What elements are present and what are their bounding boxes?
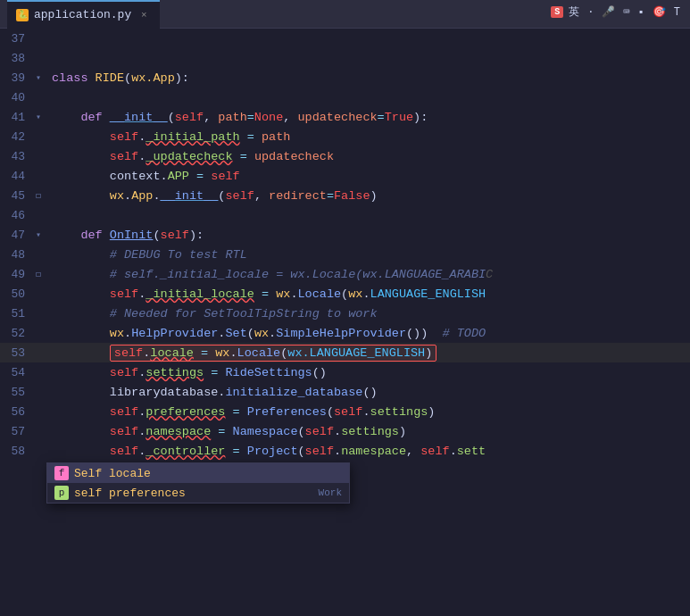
table-row: 54 self.settings = RideSettings(): [0, 362, 690, 382]
line-content: self._updatecheck = updatecheck: [45, 146, 690, 166]
fold-indicator[interactable]: ◻: [32, 190, 45, 201]
line-content: self._initial_locale = wx.Locale(wx.LANG…: [45, 284, 690, 304]
line-content: # Needed for SetToolTipString to work: [45, 304, 690, 323]
table-row: 38: [0, 48, 690, 68]
fold-indicator[interactable]: [32, 54, 45, 63]
autocomplete-item-label: self preferences: [74, 487, 313, 500]
line-number: 40: [0, 91, 32, 104]
table-row: 45 ◻ wx.App.__init__(self, redirect=Fals…: [0, 186, 690, 205]
ime-dot-btn[interactable]: ·: [585, 5, 596, 20]
line-content: def OnInit(self):: [45, 225, 690, 245]
tab-label: application.py: [34, 8, 131, 21]
ime-t-btn[interactable]: T: [671, 5, 683, 20]
line-number: 48: [0, 248, 32, 262]
line-content: self._initial_path = path: [45, 127, 690, 146]
ime-lang-btn[interactable]: 英: [566, 4, 582, 21]
autocomplete-item-label: Self locale: [74, 467, 337, 480]
autocomplete-item-source: Work: [319, 487, 342, 498]
table-row: 40: [0, 87, 690, 107]
line-content: self.preferences = Preferences(self.sett…: [45, 402, 690, 421]
line-number: 47: [0, 229, 32, 242]
table-row: 50 self._initial_locale = wx.Locale(wx.L…: [0, 284, 690, 304]
line-content: # self._initial_locale = wx.Locale(wx.LA…: [45, 264, 690, 284]
line-number: 49: [0, 268, 32, 281]
ime-logo: S: [551, 6, 563, 18]
fold-indicator[interactable]: [32, 368, 45, 378]
line-content: class RIDE(wx.App):: [45, 68, 690, 87]
table-row: 39 ▾ class RIDE(wx.App):: [0, 68, 690, 87]
line-content: wx.App.__init__(self, redirect=False): [45, 186, 690, 205]
python-file-icon: 🐍: [16, 9, 29, 21]
fold-indicator[interactable]: [32, 387, 45, 397]
fold-indicator[interactable]: ◻: [32, 269, 45, 279]
fold-indicator[interactable]: ▾: [32, 112, 45, 122]
ime-keyboard-btn[interactable]: ⌨: [620, 4, 632, 20]
line-number: 58: [0, 445, 32, 458]
table-row: 57 self.namespace = Namespace(self.setti…: [0, 421, 690, 441]
line-number: 37: [0, 32, 32, 46]
table-row: 56 self.preferences = Preferences(self.s…: [0, 402, 690, 421]
line-number: 56: [0, 405, 32, 419]
fold-indicator[interactable]: [32, 446, 45, 456]
red-box-highlight: self.locale = wx.Locale(wx.LANGUAGE_ENGL…: [110, 345, 437, 362]
autocomplete-item[interactable]: p self preferences Work: [47, 483, 349, 503]
autocomplete-item[interactable]: f Self locale: [47, 463, 349, 483]
table-row: 44 context.APP = self: [0, 166, 690, 186]
fold-indicator[interactable]: [32, 407, 45, 417]
title-bar: 🐍 application.py × S 英 · 🎤 ⌨ ▪ 🎯 T: [0, 0, 690, 29]
line-content: librarydatabase.initialize_database(): [45, 382, 690, 402]
line-content: self._controller = Project(self.namespac…: [45, 441, 690, 461]
line-number: 53: [0, 346, 32, 360]
line-number: 52: [0, 327, 32, 340]
line-number: 39: [0, 71, 32, 85]
line-content: self.namespace = Namespace(self.settings…: [45, 421, 690, 441]
ime-target-btn[interactable]: 🎯: [650, 4, 669, 20]
table-row: 48 # DEBUG To test RTL: [0, 245, 690, 264]
fold-indicator[interactable]: [32, 34, 45, 44]
fold-indicator[interactable]: [32, 211, 45, 221]
fold-indicator[interactable]: [32, 132, 45, 142]
highlighted-line: 53 💡 self.locale = wx.Locale(wx.LANGUAGE…: [0, 343, 690, 362]
line-number: 43: [0, 150, 32, 163]
line-number: 42: [0, 130, 32, 144]
line-content: [45, 87, 690, 107]
table-row: 52 wx.HelpProvider.Set(wx.SimpleHelpProv…: [0, 323, 690, 343]
line-number: 50: [0, 287, 32, 301]
table-row: 41 ▾ def __init__(self, path=None, updat…: [0, 107, 690, 127]
fold-indicator[interactable]: [32, 309, 45, 319]
fold-indicator[interactable]: [32, 93, 45, 103]
fold-indicator[interactable]: [32, 289, 45, 299]
table-row: 49 ◻ # self._initial_locale = wx.Locale(…: [0, 264, 690, 284]
fold-indicator[interactable]: [32, 427, 45, 437]
line-number: 46: [0, 209, 32, 222]
file-tab[interactable]: 🐍 application.py ×: [7, 0, 160, 29]
fold-indicator[interactable]: ▾: [32, 72, 45, 83]
ime-box-btn[interactable]: ▪: [636, 5, 647, 20]
line-number: 45: [0, 189, 32, 203]
fold-indicator[interactable]: [32, 348, 45, 358]
line-content: wx.HelpProvider.Set(wx.SimpleHelpProvide…: [45, 323, 690, 343]
fold-indicator[interactable]: ▾: [32, 229, 45, 240]
line-content: def __init__(self, path=None, updatechec…: [45, 107, 690, 127]
line-content: 💡 self.locale = wx.Locale(wx.LANGUAGE_EN…: [45, 343, 690, 362]
fold-indicator[interactable]: [32, 250, 45, 260]
editor-area: 37 38 39 ▾ class RIDE(wx.App): 40 41: [0, 29, 690, 616]
line-number: 54: [0, 366, 32, 379]
line-number: 55: [0, 386, 32, 399]
line-number: 51: [0, 307, 32, 320]
fold-indicator[interactable]: [32, 152, 45, 162]
line-number: 38: [0, 52, 32, 65]
fold-indicator[interactable]: [32, 171, 45, 181]
autocomplete-item-icon: f: [54, 466, 69, 480]
line-number: 41: [0, 111, 32, 124]
tab-close-button[interactable]: ×: [137, 8, 151, 22]
autocomplete-item-icon: p: [54, 486, 69, 500]
line-content: [45, 29, 690, 48]
line-content: context.APP = self: [45, 166, 690, 186]
table-row: 37: [0, 29, 690, 48]
line-content: self.settings = RideSettings(): [45, 362, 690, 382]
line-content: [45, 205, 690, 225]
table-row: 51 # Needed for SetToolTipString to work: [0, 304, 690, 323]
ime-mic-btn[interactable]: 🎤: [599, 4, 618, 20]
fold-indicator[interactable]: [32, 329, 45, 338]
